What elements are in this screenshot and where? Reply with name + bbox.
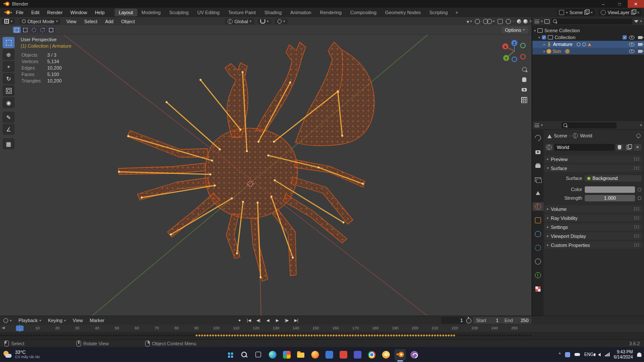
new-world-button[interactable] [625, 144, 632, 151]
armature-data-icon[interactable] [582, 43, 586, 46]
tab-data[interactable] [532, 271, 544, 280]
outliner-row-collection[interactable]: ▾ ✓ Collection ✓ [532, 34, 644, 41]
eye-icon[interactable] [629, 43, 635, 46]
transform-tool[interactable]: ◉ [3, 97, 15, 108]
expand-icon[interactable]: ▾ [534, 29, 536, 33]
weather-widget[interactable]: 33°C Có mây rải rác [3, 347, 40, 362]
tray-phone-icon[interactable] [565, 352, 570, 357]
auto-key-record-button[interactable]: ● [235, 317, 244, 324]
viewlayer-selector[interactable]: ViewLayer ✕ [599, 9, 641, 16]
tab-modifiers[interactable] [532, 230, 544, 238]
rotate-tool[interactable]: ↻ [3, 73, 15, 84]
tab-object[interactable] [532, 216, 544, 225]
new-viewlayer-icon[interactable] [631, 10, 635, 15]
world-name-field[interactable]: World [554, 144, 614, 151]
eye-icon[interactable] [629, 36, 635, 40]
camera-view-icon[interactable] [520, 86, 528, 94]
prev-keyframe-button[interactable]: ◀| [254, 317, 263, 324]
annotate-tool[interactable]: ✎ [3, 112, 15, 123]
gizmo-x-neg[interactable] [521, 55, 526, 59]
select-mode-tweak[interactable] [13, 27, 21, 33]
stopwatch-icon[interactable] [466, 318, 471, 323]
keyframe-strip[interactable]: ◆◆◆◆◆◆◆◆◆◆◆◆◆◆◆◆◆◆◆◆◆◆◆◆◆◆◆◆◆◆◆◆◆◆◆◆◆◆◆◆… [0, 332, 644, 340]
select-mode-lasso[interactable] [39, 27, 46, 33]
panel-surface[interactable]: ▾ Surface [544, 164, 642, 172]
unlink-scene-icon[interactable]: ✕ [590, 11, 593, 15]
scene-selector[interactable]: ▾ Scene ✕ [557, 9, 595, 16]
expand-icon[interactable]: ▸ [544, 43, 545, 46]
unlink-world-button[interactable]: ✕ [634, 144, 641, 151]
office-app[interactable] [338, 349, 349, 360]
play-button[interactable]: ▶ [273, 317, 282, 324]
editor-type-button[interactable]: ▾ [2, 18, 15, 24]
pan-hand-icon[interactable] [520, 76, 528, 83]
tab-layout[interactable]: Layout [115, 9, 137, 16]
tab-tool[interactable] [532, 134, 544, 142]
overlays-dropdown[interactable]: ▾ [483, 19, 495, 24]
store-app[interactable] [352, 349, 363, 360]
search-button[interactable] [239, 349, 250, 360]
menu-file[interactable]: File [12, 10, 27, 15]
sun-data-icon[interactable] [565, 49, 569, 53]
shading-rendered-icon[interactable] [523, 19, 528, 24]
jump-to-end-button[interactable]: ▶| [292, 317, 301, 324]
play-reverse-button[interactable]: ◀ [264, 317, 272, 324]
menu-render[interactable]: Render [43, 10, 67, 15]
proportional-edit-dropdown[interactable]: ▾ [275, 19, 288, 24]
hidden-icons-chevron[interactable]: ^ [559, 352, 561, 357]
chrome-canary-app[interactable] [380, 349, 392, 360]
scale-tool[interactable] [3, 85, 15, 96]
gizmos-toggle-icon[interactable] [475, 19, 480, 24]
next-keyframe-button[interactable]: |▶ [283, 317, 291, 324]
tab-scripting[interactable]: Scripting [425, 9, 452, 16]
add-workspace-button[interactable]: + [452, 10, 462, 15]
outliner-search-input[interactable] [551, 18, 632, 24]
move-tool[interactable]: + [3, 61, 15, 72]
select-mode-box[interactable] [21, 27, 29, 33]
outliner-row-armature[interactable]: ▸ Armature [532, 41, 644, 48]
timeline-scroll-left-icon[interactable]: ◀ [2, 325, 5, 330]
clock[interactable]: 9:43 PM 6/14/2024 [614, 350, 633, 360]
marker-menu[interactable]: Marker [86, 318, 108, 323]
start-button[interactable] [225, 349, 236, 360]
add-cube-tool[interactable]: ▦ [3, 138, 15, 149]
notification-bell-icon[interactable] [637, 353, 641, 357]
panel-grip-icon[interactable] [634, 216, 640, 220]
gizmo-y-neg[interactable] [521, 43, 526, 48]
menu-edit[interactable]: Edit [27, 10, 43, 15]
options-button[interactable]: Options ▾ [501, 27, 528, 33]
select-menu[interactable]: Select [82, 19, 99, 24]
tab-texture[interactable] [532, 285, 544, 293]
selectability-dropdown[interactable]: ▾ [467, 19, 472, 23]
playback-menu[interactable]: Playback▾ [15, 318, 45, 323]
tab-texture-paint[interactable]: Texture Paint [224, 9, 260, 16]
tab-world[interactable] [532, 202, 544, 211]
zoom-icon[interactable] [520, 65, 528, 73]
panel-grip-icon[interactable] [634, 243, 640, 247]
display-mode-icon[interactable] [544, 19, 550, 24]
firefox-app[interactable] [310, 349, 321, 360]
cursor-tool[interactable]: ⊕ [3, 49, 15, 60]
panel-preview[interactable]: ▸ Preview [544, 155, 642, 163]
tab-modeling[interactable]: Modeling [137, 9, 165, 16]
view-menu[interactable]: View [64, 19, 78, 24]
tab-scene[interactable] [532, 189, 544, 197]
panel-grip-icon[interactable] [634, 166, 640, 170]
armature-pose-icon[interactable] [577, 43, 580, 46]
menu-window[interactable]: Window [67, 10, 91, 15]
tab-rendering[interactable]: Rendering [316, 9, 346, 16]
remove-viewlayer-icon[interactable]: ✕ [637, 11, 640, 15]
properties-editor-icon[interactable] [535, 123, 539, 127]
properties-editor-caret-icon[interactable]: ▾ [541, 123, 543, 127]
filter-icon[interactable] [634, 20, 638, 23]
render-camera-icon[interactable] [638, 50, 642, 53]
tab-uv-editing[interactable]: UV Editing [193, 9, 224, 16]
surface-type-button[interactable]: Background [585, 175, 641, 182]
orientation-dropdown[interactable]: Global ▾ [225, 18, 254, 24]
panel-grip-icon[interactable] [634, 225, 640, 229]
panel-settings[interactable]: ▸ Settings [544, 223, 642, 231]
jump-to-start-button[interactable]: |◀ [245, 317, 253, 324]
panel-grip-icon[interactable] [634, 207, 640, 211]
blender-app[interactable] [395, 349, 406, 360]
timeline-ruler[interactable]: 1020304050607080901001101201301401501601… [0, 325, 644, 332]
